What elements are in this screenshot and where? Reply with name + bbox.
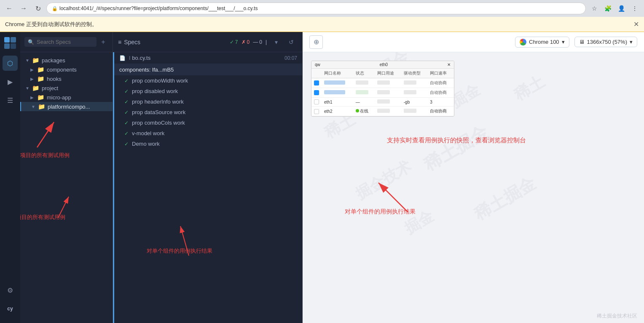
svg-rect-3	[11, 43, 16, 49]
tree-item-packages[interactable]: ▼ 📁 packages	[20, 56, 113, 65]
browser-selector[interactable]: Chrome 100 ▾	[515, 37, 569, 48]
monitor-icon: 🖥	[579, 39, 585, 45]
forward-icon: →	[20, 5, 27, 12]
tree-item-platform[interactable]: ▼ 📁 platform\compo...	[20, 102, 113, 111]
spec-file-item[interactable]: 📄 I bo.cy.ts 00:07	[114, 52, 302, 64]
test-name-2: prop disabled work	[132, 88, 178, 94]
tree-item-components[interactable]: ▶ 📁 components	[20, 65, 113, 74]
file-tree-header: 🔍 +	[20, 32, 113, 52]
check-icon: ✓	[124, 78, 129, 84]
chevron-right-icon: ▶	[30, 77, 35, 81]
row2-usage	[377, 90, 390, 94]
search-input[interactable]	[37, 39, 93, 45]
test-item-4[interactable]: ✓ prop dataSource work	[114, 107, 302, 117]
row2-name	[324, 90, 345, 94]
mini-close-icon: ✕	[447, 62, 451, 67]
browser-toolbar: ← → ↻ 🔒 localhost:4041/_/#/specs/runner?…	[0, 0, 644, 17]
mini-title-text: qw	[315, 62, 320, 67]
table-row: eth2 在线 自动协商	[311, 107, 454, 116]
row1-status	[356, 80, 368, 85]
row2-checkbox	[314, 90, 319, 95]
folder-icon: 📁	[37, 94, 44, 101]
sidebar-list-button[interactable]: ☰	[3, 93, 18, 108]
specs-icon: ≡	[118, 39, 121, 45]
check-icon: ✓	[124, 141, 129, 147]
back-icon: ←	[6, 5, 13, 12]
test-item-1[interactable]: ✓ prop comboWidth work	[114, 75, 302, 86]
tree-item-project[interactable]: ▼ 📁 project	[20, 83, 113, 93]
tree-item-hooks[interactable]: ▶ 📁 hooks	[20, 74, 113, 83]
check-icon: ✓	[124, 109, 129, 115]
reload-button[interactable]: ↻	[32, 3, 44, 14]
test-name-5: prop comboCols work	[132, 120, 185, 126]
sidebar-tests-button[interactable]: ⬡	[3, 56, 18, 71]
spec-time: 00:07	[284, 55, 297, 61]
mini-title-name: eth0	[380, 62, 388, 67]
mini-window-title: qw eth0 ✕	[311, 61, 454, 69]
row1-checkbox	[314, 80, 319, 85]
preview-window: qw eth0 ✕ 网口名称 状态 网口用途 驱动类型 网	[311, 61, 454, 117]
specs-header: ≡ Specs ✓ 7 ✗ 0 — 0 | ▾ ↺	[113, 32, 302, 52]
status-dot	[356, 109, 359, 112]
row4-speed: 自动协商	[427, 107, 454, 116]
test-item-5[interactable]: ✓ prop comboCols work	[114, 117, 302, 128]
row3-usage	[377, 99, 390, 104]
checkmark-icon: ✓	[230, 39, 234, 45]
col-name: 网口名称	[322, 69, 353, 78]
col-usage: 网口用途	[375, 69, 401, 78]
svg-rect-2	[4, 43, 10, 49]
chevron-down-icon: ▼	[25, 58, 30, 63]
forward-button[interactable]: →	[18, 3, 30, 14]
crosshair-button[interactable]: ⊕	[309, 35, 323, 49]
file-tree: ▼ 📁 packages ▶ 📁 components ▶ 📁 hooks ▼ …	[20, 52, 113, 323]
automation-banner: Chrome 正受到自动测试软件的控制。 ✕	[0, 17, 644, 32]
col-check	[311, 69, 322, 78]
row4-status: 在线	[353, 107, 375, 116]
check-icon: ✓	[124, 131, 129, 136]
app-container: ⬡ ▶ ☰ ⚙ cy 🔍 +	[0, 32, 644, 323]
row3-driver: -gb	[401, 98, 428, 107]
specs-status-bar: ✓ 7 ✗ 0 — 0 | ▾ ↺	[230, 36, 297, 48]
sidebar-cypress-button[interactable]: cy	[3, 301, 18, 316]
sidebar-run-button[interactable]: ▶	[3, 74, 18, 89]
table-row: 自动协商	[311, 78, 454, 88]
suite-name: components: lfa...mB5	[119, 67, 174, 73]
row1-usage	[377, 80, 390, 85]
back-button[interactable]: ←	[3, 3, 15, 14]
extension-button[interactable]: 🧩	[602, 3, 614, 14]
row3-speed: 3	[427, 98, 454, 107]
col-speed: 网口速率	[427, 69, 454, 78]
pass-status: ✓ 7	[230, 39, 238, 45]
tree-item-micro-app[interactable]: ▶ 📁 micro-app	[20, 93, 113, 102]
specs-title: ≡ Specs	[118, 39, 226, 45]
preview-toolbar: ⊕ Chrome 100 ▾ 🖥 1366x750 (57%) ▾	[303, 32, 644, 52]
test-item-7[interactable]: ✓ Demo work	[114, 139, 302, 149]
menu-button[interactable]: ⋮	[629, 3, 641, 14]
row4-driver	[404, 109, 416, 113]
spec-suite: components: lfa...mB5 ✓ prop comboWidth …	[114, 64, 302, 149]
project-label: project	[42, 85, 109, 91]
row3-checkbox	[314, 99, 319, 104]
add-spec-button[interactable]: +	[98, 37, 108, 47]
address-bar[interactable]: 🔒 localhost:4041/_/#/specs/runner?file=p…	[46, 3, 586, 14]
annotation-text-3: 支持实时查看用例执行的快照，查看浏览器控制台	[387, 136, 526, 144]
viewport-dropdown-icon: ▾	[630, 39, 633, 45]
sidebar-settings-button[interactable]: ⚙	[3, 283, 18, 298]
test-item-3[interactable]: ✓ prop headerInfo work	[114, 96, 302, 107]
viewport-selector[interactable]: 🖥 1366x750 (57%) ▾	[574, 37, 637, 47]
crosshair-icon: ⊕	[314, 38, 319, 46]
list-icon: ☰	[7, 96, 13, 104]
reload-specs-button[interactable]: ↺	[285, 36, 297, 48]
close-banner-button[interactable]: ✕	[633, 20, 639, 28]
test-item-6[interactable]: ✓ v-model work	[114, 128, 302, 139]
test-item-2[interactable]: ✓ prop disabled work	[114, 86, 302, 96]
account-button[interactable]: 👤	[615, 3, 627, 14]
table-row: 自动协商	[311, 88, 454, 98]
folder-icon: 📁	[38, 103, 45, 110]
check-icon: ✓	[124, 120, 129, 126]
bookmark-button[interactable]: ☆	[588, 3, 600, 14]
dropdown-button[interactable]: ▾	[270, 36, 282, 48]
col-driver: 驱动类型	[401, 69, 428, 78]
url-text: localhost:4041/_/#/specs/runner?file=pro…	[59, 5, 258, 11]
hooks-label: hooks	[47, 76, 109, 82]
